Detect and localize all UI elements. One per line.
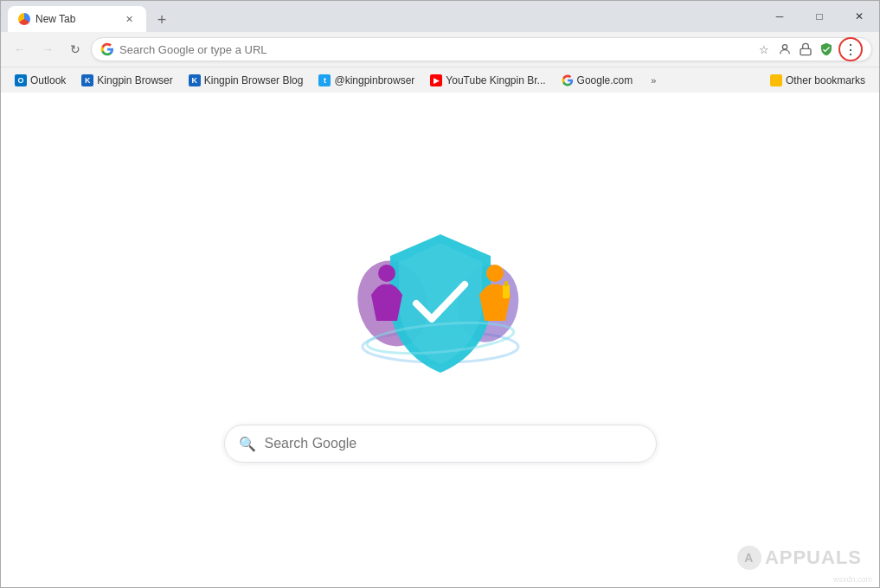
svg-point-0 bbox=[782, 45, 787, 49]
folder-icon bbox=[770, 74, 782, 86]
svg-rect-8 bbox=[504, 281, 508, 286]
bookmark-youtube-label: YouTube Kingpin Br... bbox=[446, 74, 545, 86]
bookmark-star-icon[interactable]: ☆ bbox=[755, 41, 773, 58]
tab-title: New Tab bbox=[35, 13, 117, 25]
tab-favicon bbox=[18, 13, 30, 25]
lock-icon[interactable] bbox=[797, 41, 814, 58]
google-icon bbox=[100, 42, 114, 56]
bookmark-twitter[interactable]: t @kingpinbrowser bbox=[312, 70, 421, 91]
bookmark-youtube-kingpin[interactable]: ▶ YouTube Kingpin Br... bbox=[423, 70, 552, 91]
tab-strip: New Tab ✕ + bbox=[8, 1, 760, 32]
search-box[interactable]: 🔍 bbox=[224, 425, 657, 463]
other-bookmarks-label: Other bookmarks bbox=[786, 74, 865, 86]
kingpin-favicon: K bbox=[81, 74, 93, 86]
svg-rect-1 bbox=[800, 48, 811, 54]
bookmarks-bar: O Outlook K Kingpin Browser K Kingpin Br… bbox=[1, 67, 879, 93]
window-controls: ─ □ ✕ bbox=[760, 1, 879, 32]
svg-point-5 bbox=[378, 265, 395, 282]
browser-menu-button[interactable]: ⋮ bbox=[838, 37, 863, 61]
bookmark-kingpin-blog[interactable]: K Kingpin Browser Blog bbox=[182, 70, 311, 91]
other-bookmarks-button[interactable]: Other bookmarks bbox=[763, 73, 872, 88]
wsxdn-label: wsxdn.com bbox=[833, 575, 872, 584]
shield-illustration bbox=[354, 217, 527, 390]
svg-point-6 bbox=[486, 265, 504, 282]
shield-svg bbox=[354, 217, 527, 399]
bookmark-google[interactable]: Google.com bbox=[555, 70, 640, 91]
kingpin-extension-icon[interactable] bbox=[818, 41, 835, 58]
twitter-favicon: t bbox=[318, 74, 331, 86]
bookmark-outlook-label: Outlook bbox=[30, 74, 66, 86]
appuals-icon: A bbox=[737, 546, 761, 570]
appuals-watermark: A APPUALS bbox=[737, 546, 862, 570]
close-button[interactable]: ✕ bbox=[839, 1, 879, 32]
bookmark-twitter-label: @kingpinbrowser bbox=[334, 74, 414, 86]
kingpin-blog-favicon: K bbox=[189, 74, 201, 86]
main-content: 🔍 A APPUALS wsxdn.com bbox=[1, 93, 879, 587]
navbar: ← → ↻ ☆ bbox=[1, 32, 879, 67]
address-input[interactable] bbox=[119, 43, 750, 56]
search-input[interactable] bbox=[265, 436, 642, 451]
address-bar[interactable]: ☆ ⋮ bbox=[91, 37, 872, 61]
address-right-icons: ☆ ⋮ bbox=[755, 37, 863, 61]
more-bookmarks-button[interactable]: » bbox=[641, 71, 665, 90]
bookmark-kingpin[interactable]: K Kingpin Browser bbox=[74, 70, 179, 91]
search-icon: 🔍 bbox=[239, 436, 256, 452]
svg-rect-7 bbox=[503, 284, 510, 298]
youtube-favicon: ▶ bbox=[430, 74, 442, 86]
maximize-button[interactable]: □ bbox=[800, 1, 839, 32]
tab-close-button[interactable]: ✕ bbox=[122, 12, 136, 26]
bookmark-google-label: Google.com bbox=[577, 74, 633, 86]
titlebar: New Tab ✕ + ─ □ ✕ bbox=[1, 1, 879, 32]
bookmark-kingpin-label: Kingpin Browser bbox=[97, 74, 172, 86]
bookmark-outlook[interactable]: O Outlook bbox=[8, 70, 73, 91]
minimize-button[interactable]: ─ bbox=[760, 1, 800, 32]
watermark-text: APPUALS bbox=[765, 546, 862, 569]
active-tab[interactable]: New Tab ✕ bbox=[8, 6, 146, 32]
browser-window: New Tab ✕ + ─ □ ✕ ← → ↻ ☆ bbox=[0, 0, 880, 588]
bookmark-kingpin-blog-label: Kingpin Browser Blog bbox=[204, 74, 304, 86]
outlook-favicon: O bbox=[15, 74, 27, 86]
google-bookmark-favicon bbox=[562, 74, 574, 86]
account-icon[interactable] bbox=[776, 41, 793, 58]
refresh-button[interactable]: ↻ bbox=[63, 37, 87, 61]
back-button[interactable]: ← bbox=[8, 37, 32, 61]
forward-button[interactable]: → bbox=[35, 37, 60, 61]
new-tab-button[interactable]: + bbox=[150, 8, 174, 32]
